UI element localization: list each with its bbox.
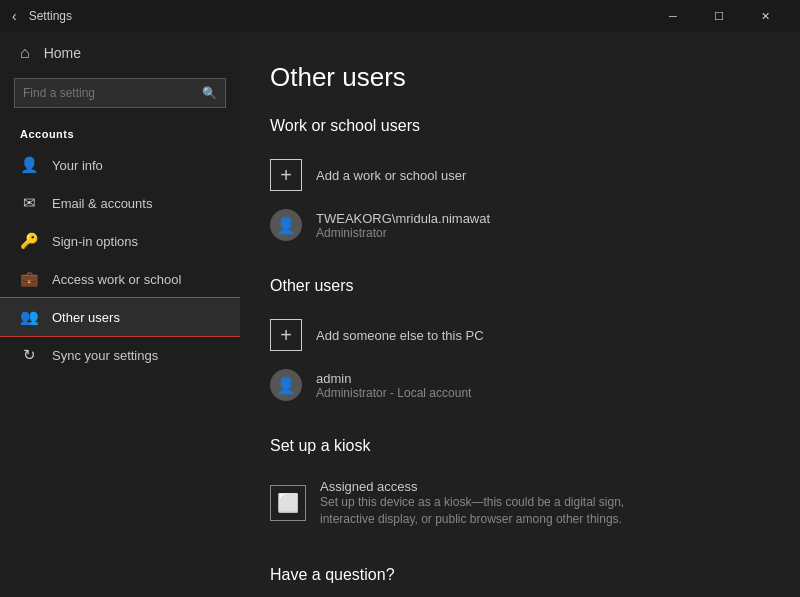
work-school-section: Work or school users + Add a work or sch… bbox=[270, 117, 760, 249]
add-someone-plus-icon: + bbox=[270, 319, 302, 351]
kiosk-title: Assigned access bbox=[320, 479, 640, 494]
page-title: Other users bbox=[270, 62, 760, 93]
other-user-item: 👤 admin Administrator - Local account bbox=[270, 361, 760, 409]
titlebar: ‹ Settings ─ ☐ ✕ bbox=[0, 0, 800, 32]
add-someone-button[interactable]: + Add someone else to this PC bbox=[270, 309, 760, 361]
work-user-info: TWEAKORG\mridula.nimawat Administrator bbox=[316, 211, 490, 240]
other-user-role: Administrator - Local account bbox=[316, 386, 471, 400]
app-title: Settings bbox=[29, 9, 650, 23]
sidebar-item-access-work[interactable]: 💼 Access work or school bbox=[0, 260, 240, 298]
your-info-icon: 👤 bbox=[20, 156, 38, 174]
search-icon: 🔍 bbox=[202, 86, 217, 100]
other-user-name: admin bbox=[316, 371, 471, 386]
faq-section: Have a question? Switching users Setting… bbox=[270, 566, 760, 597]
sidebar-item-other-users[interactable]: 👥 Other users bbox=[0, 298, 240, 336]
back-button[interactable]: ‹ bbox=[12, 8, 17, 24]
work-user-avatar: 👤 bbox=[270, 209, 302, 241]
sidebar: ⌂ Home 🔍 Accounts 👤 Your info ✉ Email & … bbox=[0, 32, 240, 597]
add-work-school-label: Add a work or school user bbox=[316, 168, 466, 183]
sidebar-item-sign-in[interactable]: 🔑 Sign-in options bbox=[0, 222, 240, 260]
add-work-school-button[interactable]: + Add a work or school user bbox=[270, 149, 760, 201]
sign-in-icon: 🔑 bbox=[20, 232, 38, 250]
work-user-role: Administrator bbox=[316, 226, 490, 240]
sidebar-item-label: Email & accounts bbox=[52, 196, 152, 211]
app-container: ⌂ Home 🔍 Accounts 👤 Your info ✉ Email & … bbox=[0, 32, 800, 597]
add-work-plus-icon: + bbox=[270, 159, 302, 191]
access-work-icon: 💼 bbox=[20, 270, 38, 288]
other-users-title: Other users bbox=[270, 277, 760, 295]
work-user-name: TWEAKORG\mridula.nimawat bbox=[316, 211, 490, 226]
sidebar-item-email-accounts[interactable]: ✉ Email & accounts bbox=[0, 184, 240, 222]
other-user-info: admin Administrator - Local account bbox=[316, 371, 471, 400]
sidebar-item-your-info[interactable]: 👤 Your info bbox=[0, 146, 240, 184]
kiosk-icon: ⬜ bbox=[270, 485, 306, 521]
kiosk-section-title: Set up a kiosk bbox=[270, 437, 760, 455]
kiosk-action-item[interactable]: ⬜ Assigned access Set up this device as … bbox=[270, 469, 760, 538]
sidebar-item-label: Your info bbox=[52, 158, 103, 173]
minimize-button[interactable]: ─ bbox=[650, 0, 696, 32]
other-users-section: Other users + Add someone else to this P… bbox=[270, 277, 760, 409]
email-icon: ✉ bbox=[20, 194, 38, 212]
maximize-button[interactable]: ☐ bbox=[696, 0, 742, 32]
sidebar-item-label: Other users bbox=[52, 310, 120, 325]
kiosk-desc: Set up this device as a kiosk—this could… bbox=[320, 494, 640, 528]
window-controls: ─ ☐ ✕ bbox=[650, 0, 788, 32]
sidebar-item-sync-settings[interactable]: ↻ Sync your settings bbox=[0, 336, 240, 374]
content-area: Other users Work or school users + Add a… bbox=[240, 32, 800, 597]
sidebar-item-label: Sync your settings bbox=[52, 348, 158, 363]
add-someone-label: Add someone else to this PC bbox=[316, 328, 484, 343]
work-school-title: Work or school users bbox=[270, 117, 760, 135]
sidebar-section-title: Accounts bbox=[0, 120, 240, 146]
close-button[interactable]: ✕ bbox=[742, 0, 788, 32]
search-input[interactable] bbox=[23, 86, 202, 100]
sidebar-item-label: Access work or school bbox=[52, 272, 181, 287]
home-icon: ⌂ bbox=[20, 44, 30, 62]
search-box[interactable]: 🔍 bbox=[14, 78, 226, 108]
work-user-item: 👤 TWEAKORG\mridula.nimawat Administrator bbox=[270, 201, 760, 249]
home-label: Home bbox=[44, 45, 81, 61]
sidebar-item-home[interactable]: ⌂ Home bbox=[0, 32, 240, 74]
faq-link-0[interactable]: Switching users bbox=[270, 594, 760, 597]
other-users-icon: 👥 bbox=[20, 308, 38, 326]
sync-icon: ↻ bbox=[20, 346, 38, 364]
faq-title: Have a question? bbox=[270, 566, 760, 584]
other-user-avatar: 👤 bbox=[270, 369, 302, 401]
sidebar-item-label: Sign-in options bbox=[52, 234, 138, 249]
kiosk-section: Set up a kiosk ⬜ Assigned access Set up … bbox=[270, 437, 760, 538]
kiosk-text-block: Assigned access Set up this device as a … bbox=[320, 479, 640, 528]
